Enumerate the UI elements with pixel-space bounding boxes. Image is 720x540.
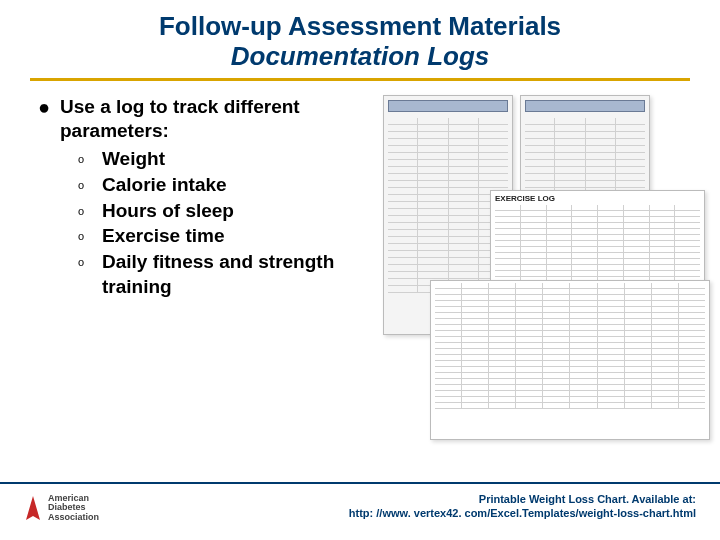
sub-item: o Daily fitness and strength training — [78, 249, 375, 300]
slide: Follow-up Assessment Materials Documenta… — [0, 0, 720, 540]
ada-logo-icon — [24, 494, 42, 522]
sub-item-text: Daily fitness and strength training — [102, 249, 375, 300]
footer-citation: Printable Weight Loss Chart. Available a… — [349, 490, 696, 521]
sub-bullet-icon: o — [78, 198, 102, 224]
sub-item: o Weight — [78, 146, 375, 172]
sub-bullet-icon: o — [78, 223, 102, 249]
sub-item: o Calorie intake — [78, 172, 375, 198]
footer: American Diabetes Association Printable … — [0, 482, 720, 540]
exercise-log-label: EXERCISE LOG — [491, 191, 704, 203]
text-column: ● Use a log to track different parameter… — [30, 95, 375, 300]
title-underline — [30, 78, 690, 81]
sub-item-text: Weight — [102, 146, 165, 172]
sub-item-text: Calorie intake — [102, 172, 227, 198]
logo-line-3: Association — [48, 513, 99, 522]
slide-title: Follow-up Assessment Materials Documenta… — [30, 12, 690, 78]
title-line-2: Documentation Logs — [30, 42, 690, 72]
sub-bullet-icon: o — [78, 172, 102, 198]
sub-item-text: Exercise time — [102, 223, 225, 249]
footer-line-1: Printable Weight Loss Chart. Available a… — [349, 492, 696, 506]
sub-item-text: Hours of sleep — [102, 198, 234, 224]
ada-logo: American Diabetes Association — [24, 490, 99, 522]
exercise-log-thumbnail-2 — [430, 280, 710, 440]
sub-item: o Exercise time — [78, 223, 375, 249]
sub-bullet-icon: o — [78, 146, 102, 172]
bullet-dot-icon: ● — [38, 95, 60, 143]
sub-item: o Hours of sleep — [78, 198, 375, 224]
illustrations: EXERCISE LOG — [375, 95, 690, 455]
main-bullet: ● Use a log to track different parameter… — [38, 95, 375, 143]
title-line-1: Follow-up Assessment Materials — [30, 12, 690, 42]
ada-logo-text: American Diabetes Association — [48, 494, 99, 522]
footer-line-2: http: //www. vertex42. com/Excel.Templat… — [349, 506, 696, 520]
sub-list: o Weight o Calorie intake o Hours of sle… — [38, 146, 375, 300]
content-row: ● Use a log to track different parameter… — [30, 95, 690, 455]
sub-bullet-icon: o — [78, 249, 102, 300]
main-bullet-text: Use a log to track different parameters: — [60, 95, 375, 143]
